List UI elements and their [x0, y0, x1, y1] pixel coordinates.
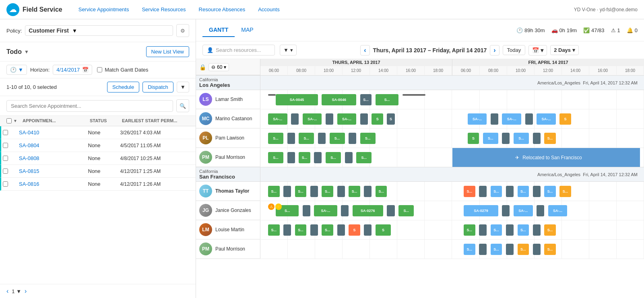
- row-checkbox[interactable]: [3, 181, 8, 187]
- task-bar-lm1[interactable]: S...: [268, 224, 280, 236]
- task-bar-tt13[interactable]: [506, 186, 514, 197]
- task-bar-mc2[interactable]: [291, 113, 299, 125]
- task-bar-mc1[interactable]: SA-...: [268, 113, 287, 125]
- task-bar-lm5[interactable]: S...: [322, 224, 333, 236]
- task-bar-lm13[interactable]: [506, 224, 514, 236]
- next-date-button[interactable]: ›: [490, 45, 499, 55]
- task-bar-sa0046[interactable]: SA-0046: [322, 94, 356, 105]
- page-dropdown[interactable]: ▼: [16, 288, 21, 294]
- task-bar-ps4[interactable]: [506, 244, 514, 255]
- nav-resource-absences[interactable]: Resource Absences: [192, 0, 252, 19]
- task-bar-jg8[interactable]: SA-...: [514, 205, 533, 216]
- task-bar-ps3[interactable]: S...: [491, 244, 502, 255]
- task-bar-lm16[interactable]: S...: [544, 224, 556, 236]
- row-checkbox[interactable]: [3, 156, 8, 161]
- task-bar-pl4[interactable]: [318, 133, 326, 144]
- task-bar-jg6[interactable]: S...: [398, 205, 414, 216]
- task-bar-pl2[interactable]: [287, 133, 295, 144]
- task-bar-pm3[interactable]: S...: [299, 152, 310, 163]
- horizon-date[interactable]: 4/14/2017 📅: [53, 65, 92, 75]
- task-bar-mc10[interactable]: [491, 113, 498, 125]
- task-bar-lm11[interactable]: [479, 224, 487, 236]
- task-bar-ps6[interactable]: [533, 244, 541, 255]
- task-bar-pl6[interactable]: [349, 133, 356, 144]
- nav-service-resources[interactable]: Service Resources: [135, 0, 192, 19]
- policy-dropdown[interactable]: Customer First ▼: [25, 25, 173, 36]
- tab-map[interactable]: MAP: [235, 23, 260, 37]
- task-bar-jg7[interactable]: [502, 205, 510, 216]
- task-bar-tt14[interactable]: S...: [518, 186, 529, 197]
- task-bar-mc3[interactable]: SA-...: [303, 113, 322, 125]
- select-all-checkbox[interactable]: [6, 118, 12, 123]
- task-bar-lm8[interactable]: [364, 224, 372, 236]
- resource-search[interactable]: 👤 Search resources...: [202, 45, 275, 55]
- settings-button[interactable]: ⚙: [176, 24, 189, 37]
- task-bar-jg9[interactable]: [537, 205, 544, 216]
- task-bar-pm4[interactable]: [314, 152, 322, 163]
- task-bar-lm14[interactable]: S...: [518, 224, 529, 236]
- task-bar-tt15[interactable]: [533, 186, 541, 197]
- task-bar-ps1[interactable]: S...: [464, 244, 475, 255]
- task-bar-lm4[interactable]: [310, 224, 318, 236]
- task-bar-lm7-orange[interactable]: S: [349, 224, 360, 236]
- task-bar-tt16[interactable]: S...: [544, 186, 556, 197]
- prev-date-button[interactable]: ‹: [360, 45, 369, 55]
- task-bar-pl9[interactable]: S...: [483, 133, 498, 144]
- task-bar-pl7[interactable]: S...: [360, 133, 376, 144]
- task-bar-mc5[interactable]: SA-...: [337, 113, 357, 125]
- task-bar-sa0045[interactable]: SA-0045: [276, 94, 318, 105]
- task-bar-jg5[interactable]: [387, 205, 394, 216]
- task-bar-tt5[interactable]: S...: [322, 186, 333, 197]
- task-bar-pl12[interactable]: [533, 133, 541, 144]
- task-bar-pm7[interactable]: S...: [356, 152, 372, 163]
- schedule-button[interactable]: Schedule: [107, 82, 139, 92]
- task-bar-pl5[interactable]: S...: [330, 133, 345, 144]
- task-bar-pm2[interactable]: [287, 152, 295, 163]
- time-filter-button[interactable]: 🕐 ▼: [6, 65, 27, 75]
- task-bar-lm3[interactable]: S...: [295, 224, 307, 236]
- new-list-view-button[interactable]: New List View: [146, 46, 189, 57]
- task-bar-tt1[interactable]: S...: [268, 186, 280, 197]
- task-bar-mc6[interactable]: [360, 113, 368, 125]
- task-bar-lm9[interactable]: S: [376, 224, 391, 236]
- task-bar-mc12[interactable]: [525, 113, 533, 125]
- task-bar-tt12[interactable]: S...: [491, 186, 502, 197]
- task-bar-tt10[interactable]: S...: [464, 186, 475, 197]
- task-bar-ps2[interactable]: [479, 244, 487, 255]
- task-bar-mc4[interactable]: [326, 113, 333, 125]
- task-bar-mc7[interactable]: S: [372, 113, 383, 125]
- task-bar-ps7[interactable]: S...: [544, 244, 556, 255]
- task-bar-lm10[interactable]: S...: [464, 224, 475, 236]
- task-bar-lm15[interactable]: [533, 224, 541, 236]
- days-selector[interactable]: 2 Days ▾: [550, 45, 579, 55]
- zoom-control[interactable]: ⊖ 60 ▾: [208, 63, 229, 71]
- table-row[interactable]: SA-0804 None 4/5/2017 11:05 AM: [0, 139, 196, 152]
- more-options-button[interactable]: ▼: [177, 82, 189, 92]
- row-checkbox[interactable]: [3, 130, 8, 135]
- task-bar-jg10[interactable]: SA-...: [548, 205, 568, 216]
- match-gantt-dates-checkbox[interactable]: [97, 67, 102, 72]
- task-bar-tt2[interactable]: [283, 186, 291, 197]
- table-row[interactable]: SA-0410 None 3/26/2017 4:03 AM: [0, 126, 196, 139]
- task-bar-pl8[interactable]: S: [468, 133, 479, 144]
- table-row[interactable]: SA-0816 None 4/12/2017 1:26 AM: [0, 178, 196, 191]
- task-bar-lm12[interactable]: S...: [491, 224, 502, 236]
- today-button[interactable]: Today: [503, 45, 526, 55]
- nav-accounts[interactable]: Accounts: [252, 0, 286, 19]
- task-bar-jg-sa0279[interactable]: SA-0279: [464, 205, 498, 216]
- next-page-button[interactable]: ›: [25, 288, 27, 295]
- table-row[interactable]: SA-0808 None 4/8/2017 10:25 AM: [0, 152, 196, 165]
- task-bar-pl3[interactable]: S...: [299, 133, 314, 144]
- task-bar-mc13[interactable]: SA-...: [537, 113, 556, 125]
- task-bar-mc9[interactable]: SA-...: [468, 113, 487, 125]
- nav-service-appointments[interactable]: Service Appointments: [72, 0, 136, 19]
- task-bar-pl11[interactable]: S...: [514, 133, 529, 144]
- task-bar-s1[interactable]: S...: [376, 94, 398, 105]
- task-bar-tt6[interactable]: [337, 186, 345, 197]
- task-bar-pm5[interactable]: S...: [326, 152, 341, 163]
- task-bar-tt9[interactable]: S...: [376, 186, 387, 197]
- task-bar-jg4[interactable]: [341, 205, 349, 216]
- calendar-button[interactable]: 📅 ▾: [528, 45, 547, 55]
- row-checkbox[interactable]: [3, 169, 8, 174]
- task-bar-jg2[interactable]: [303, 205, 310, 216]
